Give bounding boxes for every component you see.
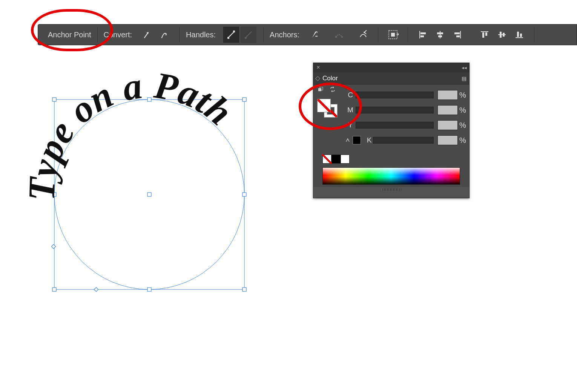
- anchor-point-label: Anchor Point: [48, 31, 91, 39]
- align-left-button[interactable]: [415, 27, 431, 43]
- svg-rect-29: [242, 193, 246, 196]
- channel-m-label: M: [345, 106, 356, 114]
- handles-label: Handles:: [186, 31, 216, 39]
- white-swatch[interactable]: [341, 155, 350, 164]
- svg-rect-16: [500, 32, 502, 38]
- black-swatch[interactable]: [331, 155, 341, 164]
- options-bar: Anchor Point Convert: Handles: Anchors:: [38, 24, 577, 45]
- convert-corner-button[interactable]: [140, 27, 155, 43]
- convert-label: Convert:: [104, 31, 132, 39]
- svg-rect-25: [242, 288, 246, 291]
- convert-smooth-button[interactable]: [157, 27, 173, 43]
- none-swatch[interactable]: [322, 155, 331, 164]
- channel-c-label: C: [345, 91, 356, 99]
- svg-rect-32: [94, 287, 98, 291]
- k-swatch[interactable]: [353, 136, 361, 144]
- panel-tab-color[interactable]: ◇ Color ▤: [313, 72, 469, 84]
- svg-rect-12: [454, 32, 460, 34]
- svg-rect-9: [420, 35, 424, 37]
- handles-hide-button[interactable]: [241, 27, 256, 43]
- svg-rect-30: [147, 193, 151, 196]
- svg-rect-19: [520, 34, 522, 37]
- connect-endpoints-button[interactable]: [331, 27, 347, 43]
- panel-resize-grip[interactable]: [313, 188, 469, 193]
- color-tab-label: Color: [322, 75, 338, 82]
- channel-c-slider[interactable]: [356, 92, 434, 98]
- collapse-icon[interactable]: ◂◂: [459, 65, 469, 70]
- svg-rect-7: [391, 33, 395, 37]
- out-of-gamut-icon[interactable]: [345, 138, 350, 143]
- channel-c-input[interactable]: [437, 90, 458, 100]
- svg-rect-10: [437, 32, 443, 34]
- color-panel: × ◂◂ ◇ Color ▤ C %: [313, 63, 470, 198]
- channel-y-row: Y %: [345, 118, 465, 132]
- svg-rect-23: [242, 98, 246, 101]
- channel-m-row: M %: [345, 103, 465, 117]
- remove-anchor-button[interactable]: [307, 27, 323, 43]
- svg-rect-22: [52, 98, 56, 101]
- align-top-button[interactable]: [477, 27, 493, 43]
- svg-rect-8: [420, 32, 426, 34]
- align-bottom-button[interactable]: [511, 27, 527, 43]
- svg-rect-24: [52, 288, 56, 291]
- channel-m-input[interactable]: [437, 105, 458, 115]
- fill-swatch[interactable]: [317, 99, 331, 112]
- svg-point-5: [364, 32, 365, 33]
- svg-point-3: [335, 36, 337, 38]
- svg-rect-27: [147, 288, 151, 291]
- channel-y-slider[interactable]: [356, 122, 434, 129]
- svg-rect-11: [438, 35, 442, 37]
- svg-rect-17: [503, 33, 505, 37]
- svg-rect-1: [233, 31, 235, 32]
- channel-m-slider[interactable]: [356, 107, 434, 113]
- panel-menu-icon[interactable]: ▤: [459, 75, 469, 81]
- panel-titlebar[interactable]: × ◂◂: [313, 63, 469, 72]
- svg-point-4: [341, 36, 343, 38]
- svg-rect-0: [227, 37, 229, 39]
- close-icon[interactable]: ×: [313, 63, 323, 72]
- channel-y-input[interactable]: [437, 120, 458, 130]
- svg-rect-18: [517, 32, 519, 37]
- align-hcenter-button[interactable]: [432, 27, 448, 43]
- channel-k-slider[interactable]: [373, 137, 434, 144]
- svg-rect-14: [482, 32, 484, 38]
- channel-k-input[interactable]: [437, 135, 458, 145]
- color-tab-icon: ◇: [313, 74, 322, 82]
- svg-rect-13: [456, 35, 460, 37]
- color-shortcut-swatches: [322, 155, 465, 164]
- svg-rect-33: [51, 244, 55, 248]
- fill-stroke-swatch[interactable]: [317, 99, 338, 118]
- channel-y-label: Y: [345, 121, 356, 129]
- isolate-button[interactable]: [385, 27, 401, 43]
- align-right-button[interactable]: [450, 27, 465, 43]
- svg-rect-2: [245, 37, 247, 39]
- canvas-stage[interactable]: Type on a Path: [0, 49, 313, 343]
- svg-rect-15: [485, 32, 487, 36]
- type-on-path-text[interactable]: Type on a Path: [20, 64, 240, 201]
- channel-k-row: K %: [345, 133, 465, 147]
- anchors-label: Anchors:: [270, 31, 299, 39]
- percent-label: %: [459, 91, 465, 100]
- channel-c-row: C %: [345, 88, 465, 102]
- align-vcenter-button[interactable]: [494, 27, 510, 43]
- handles-show-button[interactable]: [223, 27, 239, 43]
- cut-path-button[interactable]: [355, 27, 371, 43]
- color-spectrum[interactable]: [322, 167, 460, 185]
- channel-k-label: K: [365, 136, 373, 144]
